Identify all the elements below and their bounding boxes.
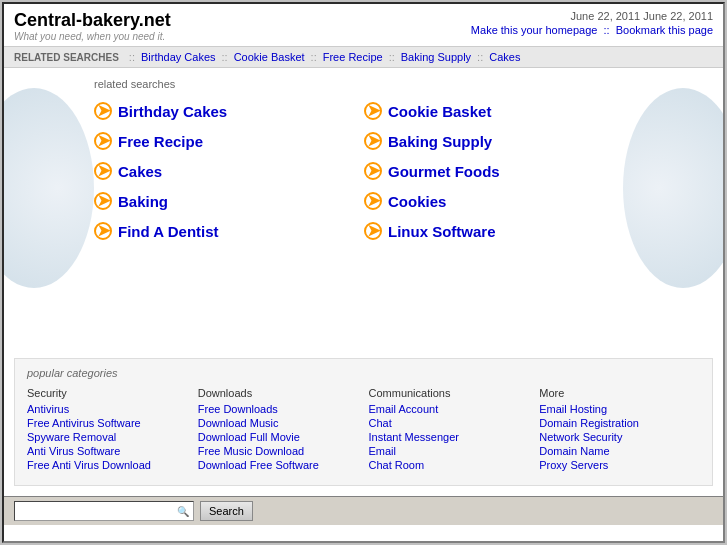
arrow-icon: ➤ [94,222,112,240]
arrow-icon: ➤ [94,192,112,210]
pop-link-chat-room[interactable]: Chat Room [369,459,530,471]
popular-section-title: popular categories [27,367,700,379]
list-item: ➤ Baking [94,192,344,210]
popular-col-communications: Communications Email Account Chat Instan… [369,387,530,473]
pop-link-free-downloads[interactable]: Free Downloads [198,403,359,415]
pop-link-proxy-servers[interactable]: Proxy Servers [539,459,700,471]
col-title-downloads: Downloads [198,387,359,399]
site-title: Central-bakery.net [14,10,171,31]
pop-link-email-account[interactable]: Email Account [369,403,530,415]
nav-cookie-basket[interactable]: Cookie Basket [234,51,305,63]
homepage-link[interactable]: Make this your homepage [471,24,598,36]
pop-link-email[interactable]: Email [369,445,530,457]
related-link-cookies[interactable]: Cookies [388,193,446,210]
nav-free-recipe[interactable]: Free Recipe [323,51,383,63]
arrow-icon: ➤ [364,192,382,210]
list-item: ➤ Cookie Basket [364,102,614,120]
related-section-title: related searches [94,78,713,90]
nav-birthday-cakes[interactable]: Birthday Cakes [141,51,216,63]
search-button[interactable]: Search [200,501,253,521]
pop-link-chat[interactable]: Chat [369,417,530,429]
nav-baking-supply[interactable]: Baking Supply [401,51,471,63]
search-bar: 🔍 Search [4,496,723,525]
pop-link-free-software-dl[interactable]: Download Free Software [198,459,359,471]
date-display: June 22, 2011 June 22, 2011 [471,10,713,22]
related-searches-label: RELATED SEARCHES [14,52,119,63]
pop-link-free-antivirus-dl[interactable]: Free Anti Virus Download [27,459,188,471]
pop-link-spyware[interactable]: Spyware Removal [27,431,188,443]
arrow-icon: ➤ [364,132,382,150]
list-item: ➤ Gourmet Foods [364,162,614,180]
pop-link-download-movie[interactable]: Download Full Movie [198,431,359,443]
pop-link-domain-name[interactable]: Domain Name [539,445,700,457]
related-link-free-recipe[interactable]: Free Recipe [118,133,203,150]
list-item: ➤ Linux Software [364,222,614,240]
list-item: ➤ Cookies [364,192,614,210]
pop-link-network-security[interactable]: Network Security [539,431,700,443]
related-link-linux-software[interactable]: Linux Software [388,223,496,240]
popular-col-security: Security Antivirus Free Antivirus Softwa… [27,387,188,473]
bookmark-link[interactable]: Bookmark this page [616,24,713,36]
search-input[interactable] [19,505,173,517]
arrow-icon: ➤ [364,222,382,240]
col-title-more: More [539,387,700,399]
list-item: ➤ Birthday Cakes [94,102,344,120]
related-link-birthday-cakes[interactable]: Birthday Cakes [118,103,227,120]
pop-link-download-music[interactable]: Download Music [198,417,359,429]
arrow-icon: ➤ [94,102,112,120]
pop-link-antivirus-software[interactable]: Anti Virus Software [27,445,188,457]
related-link-find-a-dentist[interactable]: Find A Dentist [118,223,219,240]
site-subtitle: What you need, when you need it. [14,31,171,42]
related-link-baking-supply[interactable]: Baking Supply [388,133,492,150]
pop-link-free-music-dl[interactable]: Free Music Download [198,445,359,457]
search-icon: 🔍 [177,506,189,517]
related-link-gourmet-foods[interactable]: Gourmet Foods [388,163,500,180]
arrow-icon: ➤ [94,162,112,180]
decorative-circle-left [2,88,94,288]
nav-cakes[interactable]: Cakes [489,51,520,63]
col-title-communications: Communications [369,387,530,399]
pop-link-antivirus[interactable]: Antivirus [27,403,188,415]
list-item: ➤ Free Recipe [94,132,344,150]
arrow-icon: ➤ [364,162,382,180]
pop-link-free-antivirus[interactable]: Free Antivirus Software [27,417,188,429]
related-link-cookie-basket[interactable]: Cookie Basket [388,103,491,120]
arrow-icon: ➤ [94,132,112,150]
list-item: ➤ Find A Dentist [94,222,344,240]
pop-link-instant-messenger[interactable]: Instant Messenger [369,431,530,443]
list-item: ➤ Baking Supply [364,132,614,150]
list-item: ➤ Cakes [94,162,344,180]
search-box-container: 🔍 [14,501,194,521]
arrow-icon: ➤ [364,102,382,120]
col-title-security: Security [27,387,188,399]
popular-col-downloads: Downloads Free Downloads Download Music … [198,387,359,473]
pop-link-domain-reg[interactable]: Domain Registration [539,417,700,429]
pop-link-email-hosting[interactable]: Email Hosting [539,403,700,415]
related-link-cakes[interactable]: Cakes [118,163,162,180]
popular-col-more: More Email Hosting Domain Registration N… [539,387,700,473]
related-link-baking[interactable]: Baking [118,193,168,210]
